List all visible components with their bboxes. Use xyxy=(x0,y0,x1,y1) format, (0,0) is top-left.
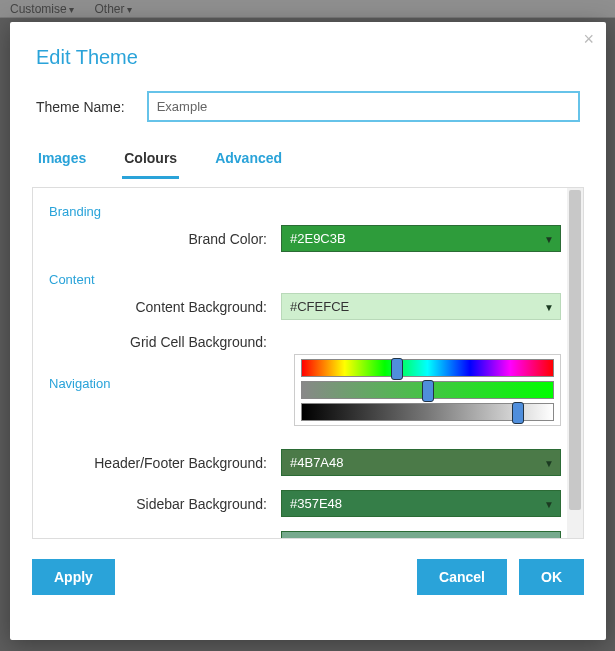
theme-name-row: Theme Name: xyxy=(10,91,606,144)
label-content-bg: Content Background: xyxy=(41,299,281,315)
chevron-down-icon: ▼ xyxy=(544,233,554,244)
apply-button[interactable]: Apply xyxy=(32,559,115,595)
dialog-footer: Apply Cancel OK xyxy=(10,539,606,615)
lightness-slider[interactable] xyxy=(301,403,554,421)
saturation-slider[interactable] xyxy=(301,381,554,399)
tab-bar: Images Colours Advanced xyxy=(10,144,606,179)
label-popout-bg: Pop-out Panel Background: xyxy=(41,537,281,539)
saturation-thumb[interactable] xyxy=(422,380,434,402)
value-content-bg: #CFEFCE xyxy=(290,299,349,314)
tab-images[interactable]: Images xyxy=(36,144,88,179)
value-popout-bg: #77AA8E xyxy=(290,537,345,538)
label-brand-color: Brand Color: xyxy=(41,231,281,247)
edit-theme-dialog: × Edit Theme Theme Name: Images Colours … xyxy=(10,22,606,640)
chevron-down-icon: ▼ xyxy=(544,457,554,468)
select-sidebar-bg[interactable]: #357E48 ▼ xyxy=(281,490,561,517)
section-content: Content xyxy=(41,266,565,293)
select-brand-color[interactable]: #2E9C3B ▼ xyxy=(281,225,561,252)
chevron-down-icon: ▼ xyxy=(544,301,554,312)
field-grid-cell-bg: Grid Cell Background: xyxy=(41,334,565,350)
field-sidebar-bg: Sidebar Background: #357E48 ▼ xyxy=(41,490,565,517)
panel-scrollbar[interactable] xyxy=(567,188,583,538)
select-header-footer-bg[interactable]: #4B7A48 ▼ xyxy=(281,449,561,476)
chevron-down-icon: ▼ xyxy=(544,498,554,509)
value-brand-color: #2E9C3B xyxy=(290,231,346,246)
cancel-button[interactable]: Cancel xyxy=(417,559,507,595)
dialog-title: Edit Theme xyxy=(10,22,606,91)
value-sidebar-bg: #357E48 xyxy=(290,496,342,511)
label-sidebar-bg: Sidebar Background: xyxy=(41,496,281,512)
ok-button[interactable]: OK xyxy=(519,559,584,595)
tab-advanced[interactable]: Advanced xyxy=(213,144,284,179)
color-picker xyxy=(294,354,561,426)
hue-slider[interactable] xyxy=(301,359,554,377)
field-header-footer-bg: Header/Footer Background: #4B7A48 ▼ xyxy=(41,449,565,476)
field-brand-color: Brand Color: #2E9C3B ▼ xyxy=(41,225,565,252)
select-content-bg[interactable]: #CFEFCE ▼ xyxy=(281,293,561,320)
close-icon[interactable]: × xyxy=(583,30,594,48)
select-popout-bg[interactable]: #77AA8E ▼ xyxy=(281,531,561,538)
lightness-thumb[interactable] xyxy=(512,402,524,424)
label-header-footer-bg: Header/Footer Background: xyxy=(41,455,281,471)
section-branding: Branding xyxy=(41,198,565,225)
hue-thumb[interactable] xyxy=(391,358,403,380)
colours-panel-scroll[interactable]: Branding Brand Color: #2E9C3B ▼ Content … xyxy=(33,188,567,538)
theme-name-input[interactable] xyxy=(147,91,580,122)
colours-panel: Branding Brand Color: #2E9C3B ▼ Content … xyxy=(32,187,584,539)
value-header-footer-bg: #4B7A48 xyxy=(290,455,344,470)
field-popout-bg: Pop-out Panel Background: #77AA8E ▼ xyxy=(41,531,565,538)
field-content-bg: Content Background: #CFEFCE ▼ xyxy=(41,293,565,320)
theme-name-label: Theme Name: xyxy=(36,99,125,115)
label-grid-cell-bg: Grid Cell Background: xyxy=(41,334,281,350)
tab-colours[interactable]: Colours xyxy=(122,144,179,179)
